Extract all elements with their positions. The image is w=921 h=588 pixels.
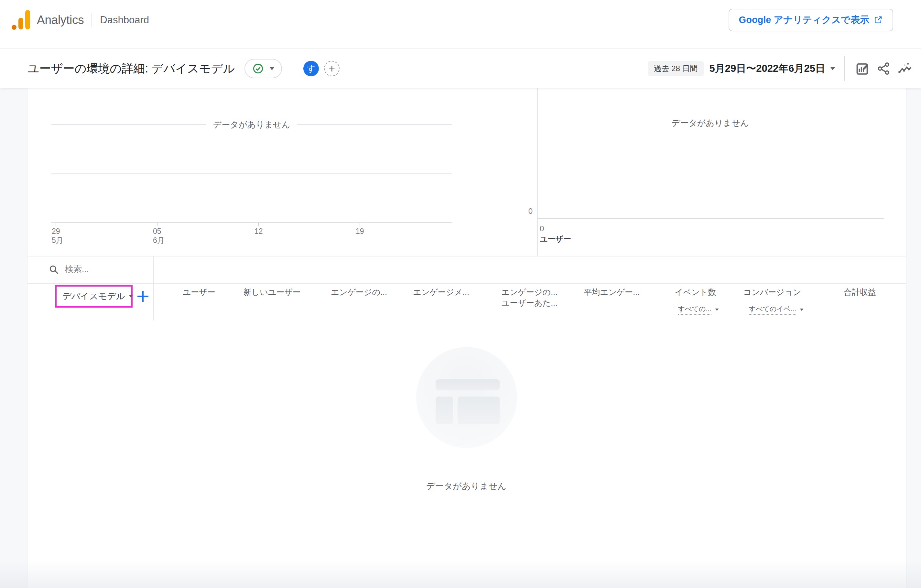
bar-chart-x-axis-line [537,218,884,219]
column-header-users[interactable]: ユーザー [183,287,215,298]
report-card: データがありません 295月 056月 12 19 データがありません [27,88,906,588]
plus-icon [136,290,150,303]
column-header-engaged-sessions-per-user[interactable]: エンゲージの... ユーザーあた... [501,287,558,308]
table-column-divider [153,256,154,321]
ga-dashboard-screen: Analytics Dashboard Google アナリティクスで表示 ユー… [0,0,921,588]
gridline-segment [51,124,206,125]
column-header-total-revenue[interactable]: 合計収益 [844,287,876,298]
logo-bar-tall [25,10,30,29]
table-glyph-left-cell [436,397,453,424]
add-dimension-button[interactable] [135,289,150,304]
brand-divider [91,14,92,26]
date-chevron-down-icon[interactable] [830,67,835,70]
search-row-divider [28,283,906,283]
page-name: Dashboard [100,14,149,26]
share-icon [877,62,891,76]
chevron-down-icon [270,67,274,70]
share-report-button[interactable] [873,58,895,79]
external-link-icon [873,15,883,25]
table-no-data-text: データがありません [386,480,547,492]
page-title: ユーザーの環境の詳細: デバイスモデル [28,61,235,77]
logo-dot [11,25,16,30]
open-in-analytics-button[interactable]: Google アナリティクスで表示 [729,9,893,31]
x-tick-label: 056月 [153,227,164,245]
add-segment-button[interactable]: + [324,61,340,77]
column-header-conversions[interactable]: コンバージョン [743,287,801,298]
toolbar-divider [844,56,845,81]
customize-report-button[interactable] [852,58,873,79]
filter-chevron-down-icon [715,309,719,311]
column-header-engaged-sessions[interactable]: エンゲージの... [331,287,387,298]
x-axis-line [51,222,452,223]
event-count-filter-dropdown[interactable]: すべての... [678,305,720,315]
date-range-preset-chip: 過去 28 日間 [648,61,704,77]
bar-chart-x-tick: 0 [540,224,544,233]
open-in-analytics-label: Google アナリティクスで表示 [739,14,869,26]
date-toolbar: 過去 28 日間 5月29日〜2022年6月25日 [648,56,916,81]
insights-button[interactable] [895,58,916,79]
customize-report-icon [855,61,870,76]
gridline [51,173,452,174]
charts-row-divider [28,256,906,256]
brand-name: Analytics [37,13,84,27]
report-status-button[interactable] [244,59,282,78]
filter-chevron-down-icon [800,309,803,311]
app-bar: Analytics Dashboard Google アナリティクスで表示 [0,0,921,49]
axis-tick [360,223,360,226]
analytics-logo-icon [11,10,31,31]
column-header-new-users[interactable]: 新しいユーザー [244,287,301,298]
column-header-avg-engagement[interactable]: 平均エンゲー... [584,287,639,298]
table-glyph-right-cell [457,397,500,424]
x-tick-label: 19 [356,227,364,236]
bar-chart-no-data-text: データがありません [537,117,883,129]
search-icon [48,264,59,276]
bar-chart-y-tick: 0 [513,207,533,216]
title-bar: ユーザーの環境の詳細: デバイスモデル す + 過去 28 日間 5月29日〜2… [0,49,921,88]
column-header-engagement-rate[interactable]: エンゲージメ... [413,287,469,298]
table-glyph-header [436,380,500,390]
conversions-filter-dropdown[interactable]: すべてのイベ... [749,305,805,315]
line-chart-no-data-row: データがありません [51,118,452,131]
avatar[interactable]: す [303,61,319,77]
line-chart-no-data-text: データがありません [206,119,298,130]
x-tick-label: 295月 [52,227,63,245]
check-circle-icon [252,63,264,74]
column-header-event-count[interactable]: イベント数 [675,287,716,298]
dimension-dropdown-label: デバイスモデル [62,290,125,302]
axis-tick [157,223,158,226]
dimension-chevron-down-icon [129,295,133,297]
dimension-dropdown-highlighted[interactable]: デバイスモデル [55,285,133,308]
chart-panel-divider [537,88,538,256]
empty-state-illustration [416,347,517,448]
axis-tick [259,223,259,226]
bar-chart-axis-label: ユーザー [540,234,571,244]
axis-tick [55,223,56,226]
search-input[interactable] [65,264,146,274]
page-body: データがありません 295月 056月 12 19 データがありません [0,88,921,588]
insights-icon [898,61,913,76]
date-range-value[interactable]: 5月29日〜2022年6月25日 [709,62,825,75]
gridline-segment [297,124,452,125]
logo-bar-short [18,18,23,29]
x-tick-label: 12 [254,227,263,236]
